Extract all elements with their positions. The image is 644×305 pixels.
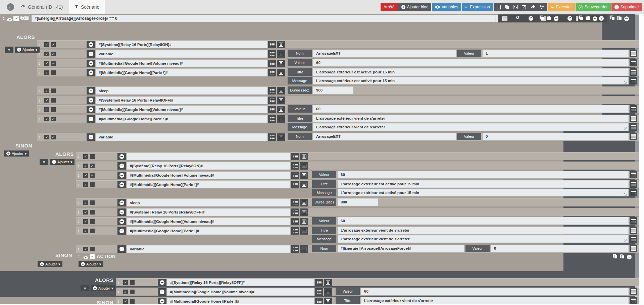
resize-grip[interactable] (624, 81, 627, 84)
detail-grid-icon[interactable] (630, 50, 637, 57)
command-input[interactable]: #[Multimédia][Google Home][Parle !]# (127, 227, 290, 235)
drag-handle-icon[interactable]: ↕ (39, 42, 41, 47)
drag-handle-icon[interactable]: ↕ (78, 200, 80, 205)
command-input[interactable]: #[Multimédia][Google Home][Volume niveau… (127, 172, 290, 179)
detail-grid-icon[interactable] (630, 105, 637, 113)
command-input[interactable]: #[Système][Relay 16 Ports][Relay8ON]# (96, 41, 267, 48)
remove-block-icon[interactable] (593, 16, 597, 21)
command-list-icon[interactable] (291, 208, 299, 216)
paste-icon[interactable] (620, 254, 625, 260)
param-input[interactable]: L'arrosage extérieur vient de s'arreter (338, 227, 629, 234)
drag-handle-icon[interactable]: ↕ (78, 219, 80, 224)
enable-checkbox[interactable]: ✓ (123, 280, 128, 285)
param-input[interactable]: L'arrosage extérieur est activé pour 15 … (338, 189, 629, 196)
help-icon[interactable]: ? (567, 16, 572, 21)
drag-handle-icon[interactable]: ↕ (117, 280, 120, 285)
remove-action-button[interactable] (117, 172, 126, 179)
command-list-icon[interactable] (291, 218, 299, 225)
enable-checkbox[interactable]: ✓ (83, 247, 88, 251)
detail-grid-icon[interactable] (630, 235, 637, 243)
enable-checkbox[interactable]: ✓ (44, 42, 49, 47)
param-input[interactable]: ArrosageEXT (313, 50, 456, 57)
enable-checkbox[interactable]: ✓ (44, 88, 49, 93)
command-detail-icon[interactable] (277, 133, 285, 141)
param-input[interactable]: 60 (338, 171, 629, 178)
enable-checkbox[interactable]: ✓ (83, 154, 88, 159)
command-list-icon[interactable] (268, 97, 276, 104)
copy-icon[interactable] (610, 15, 615, 22)
param-input[interactable]: L'arrosage extérieur vient de s'arreter (361, 297, 629, 304)
enable-checkbox[interactable]: ✓ (83, 219, 88, 224)
background-checkbox[interactable]: ✓ (51, 42, 56, 47)
command-detail-icon[interactable] (277, 69, 285, 76)
command-list-icon[interactable] (291, 172, 299, 179)
command-detail-icon[interactable] (300, 172, 308, 179)
command-list-icon[interactable] (291, 227, 299, 235)
detail-grid-icon[interactable] (630, 297, 637, 304)
param-input[interactable]: L'arrosage extérieur vient de s'arreter (313, 115, 629, 122)
remove-action-button[interactable] (87, 133, 95, 141)
command-input[interactable]: #[Système][Relay 16 Ports][Relay8OFF]# (96, 97, 267, 104)
remove-action-button[interactable] (117, 245, 126, 253)
command-list-icon[interactable] (315, 279, 323, 286)
command-list-icon[interactable] (268, 50, 276, 58)
command-detail-icon[interactable] (300, 199, 308, 206)
background-checkbox[interactable] (90, 229, 95, 233)
command-detail-icon[interactable] (277, 97, 285, 104)
command-list-icon[interactable] (268, 133, 276, 141)
remove-action-button[interactable] (87, 87, 95, 95)
detail-grid-icon[interactable] (630, 288, 637, 295)
enable-checkbox[interactable]: ✓ (44, 52, 49, 56)
command-list-icon[interactable] (268, 106, 276, 113)
copy-icon[interactable] (613, 254, 617, 260)
command-input[interactable]: variable (96, 133, 267, 141)
log-file-icon[interactable] (497, 5, 501, 9)
enable-checkbox[interactable]: ✓ (44, 117, 49, 121)
detail-grid-icon[interactable] (630, 189, 637, 196)
detail-grid-icon[interactable] (630, 133, 637, 140)
command-list-icon[interactable] (268, 41, 276, 48)
command-detail-icon[interactable] (277, 41, 285, 48)
background-checkbox[interactable]: ✓ (90, 164, 95, 168)
detail-grid-icon[interactable] (630, 227, 637, 234)
detail-grid-icon[interactable] (630, 115, 637, 122)
background-checkbox[interactable] (90, 154, 95, 159)
background-checkbox[interactable]: ✓ (51, 117, 56, 121)
background-checkbox[interactable] (130, 280, 135, 285)
action-add-button[interactable]: +Ajouter▾ (79, 261, 103, 267)
param-input[interactable]: 60 (338, 217, 629, 225)
command-input[interactable]: #[Système][Relay 16 Ports][Relay8OFF]# (127, 208, 290, 216)
detail-grid-icon[interactable] (630, 68, 637, 76)
remove-action-button[interactable] (117, 181, 126, 188)
drag-handle-icon[interactable]: ↕ (78, 182, 80, 187)
param-input[interactable]: 1 (483, 50, 629, 57)
param-input[interactable]: 900 (313, 86, 353, 94)
share-icon[interactable] (531, 5, 535, 9)
remove-action-button[interactable] (87, 97, 95, 104)
enable-checkbox[interactable]: ✓ (83, 229, 88, 233)
enable-checkbox[interactable]: ✓ (83, 200, 88, 205)
drag-handle-icon[interactable]: ↕ (3, 15, 5, 21)
block3-add-action-button[interactable]: +Ajouter▾ (91, 285, 115, 291)
param-input[interactable]: L'arrosage extérieur est activé pour 15 … (338, 180, 629, 188)
command-input[interactable]: sleep (96, 87, 267, 95)
command-detail-icon[interactable] (300, 245, 308, 253)
paste-icon[interactable] (586, 15, 590, 22)
tab-scenario[interactable]: Scénario (69, 0, 105, 14)
enable-checkbox[interactable]: ✓ (44, 98, 49, 103)
add-block-button[interactable]: +Ajouter bloc (398, 3, 431, 11)
command-input[interactable]: #[Multimédia][Google Home][Volume niveau… (96, 60, 267, 67)
remove-block-icon[interactable] (627, 255, 632, 259)
detail-grid-icon[interactable] (630, 77, 637, 84)
drag-handle-icon[interactable]: ↕ (117, 299, 120, 304)
command-detail-icon[interactable] (300, 162, 308, 170)
remove-action-button[interactable] (87, 50, 95, 58)
background-checkbox[interactable] (90, 182, 95, 187)
command-detail-icon[interactable] (324, 288, 332, 296)
block2-add-action-button[interactable]: +Ajouter▾ (50, 159, 75, 165)
command-list-icon[interactable] (268, 60, 276, 67)
background-checkbox[interactable] (90, 247, 95, 251)
drag-handle-icon[interactable]: ↕ (39, 98, 41, 103)
drag-handle-icon[interactable]: ↕ (78, 253, 80, 258)
enable-checkbox[interactable]: ✓ (83, 210, 88, 215)
